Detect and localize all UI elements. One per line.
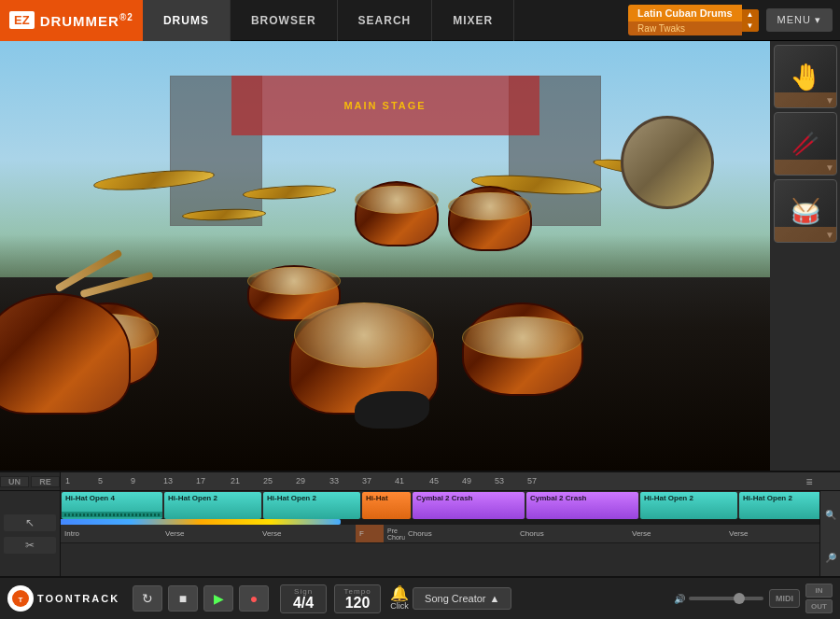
click-icon: 🔔 xyxy=(390,586,409,601)
record-button[interactable]: ● xyxy=(239,585,269,612)
volume-slider[interactable] xyxy=(689,597,763,600)
progress-bar-row xyxy=(61,519,840,525)
label-verse3: Verse xyxy=(628,525,725,542)
scissors-tool-button[interactable]: ✂ xyxy=(4,537,56,554)
header: EZ DRUMMER®2 DRUMS BROWSER SEARCH MIXER … xyxy=(0,0,840,41)
stage-banner: MAIN STAGE xyxy=(231,76,539,135)
track-segment[interactable]: Cymbal 2 Crash xyxy=(413,492,525,519)
snare-head xyxy=(247,267,341,295)
drummer-text: DRUMMER®2 xyxy=(40,12,133,29)
tab-search[interactable]: SEARCH xyxy=(338,0,433,41)
tab-drums[interactable]: DRUMS xyxy=(143,0,231,41)
svg-text:T: T xyxy=(19,596,23,604)
label-intro: Intro xyxy=(61,525,161,542)
logo-area: EZ DRUMMER®2 xyxy=(0,0,143,41)
tab-mixer[interactable]: MIXER xyxy=(432,0,514,41)
right-instruments: 🤚 ▼ 🥢 ▼ 🥁 ▼ xyxy=(770,41,840,246)
loop-button[interactable]: ↻ xyxy=(133,585,162,612)
floor-tom-right-head xyxy=(462,317,583,359)
sign-tempo-area: Sign 4/4 Tempo 120 xyxy=(280,584,381,613)
undo-button[interactable]: UN xyxy=(0,476,29,487)
label-verse1: Verse xyxy=(161,525,259,542)
tom2-head xyxy=(448,192,532,220)
track-row-labels: Intro Verse Verse F Pre Choru Chorus Cho… xyxy=(61,525,840,543)
instrument-mallets[interactable]: 🥢 ▼ xyxy=(774,112,837,176)
transport: T TOONTRACK ↻ ■ ▶ ● Sign 4/4 Tempo 120 🔔… xyxy=(0,576,840,619)
song-creator-button[interactable]: Song Creator ▲ xyxy=(413,587,511,610)
track-segment[interactable]: Hi-Hat Open 2 xyxy=(263,492,360,519)
preset-arrows: ▲ ▼ xyxy=(742,9,759,32)
timeline-content: ↖ ✂ Hi-Hat Open 4 Hi-Hat Open 2 Hi xyxy=(0,491,840,576)
time-signature-display[interactable]: Sign 4/4 xyxy=(280,584,327,613)
ruler-marks: 1 5 9 13 17 21 25 29 33 37 41 45 49 53 5… xyxy=(61,472,817,490)
midi-out-button[interactable]: OUT xyxy=(805,599,833,613)
preset-down-button[interactable]: ▼ xyxy=(742,21,759,32)
drum-kit-scene: MAIN STAGE xyxy=(0,41,770,471)
volume-slider-area: 🔊 xyxy=(674,594,763,604)
progress-indicator xyxy=(61,519,341,525)
label-chorus2: Chorus xyxy=(516,525,628,542)
click-song-area: 🔔 Click Song Creator ▲ xyxy=(390,586,511,611)
volume-icon: 🔊 xyxy=(674,594,685,604)
tempo-display[interactable]: Tempo 120 xyxy=(334,584,381,613)
drum-area: MAIN STAGE xyxy=(0,41,840,471)
bass-drum-head xyxy=(294,302,434,368)
nav-tabs: DRUMS BROWSER SEARCH MIXER xyxy=(143,0,628,41)
instrument-tambourine[interactable]: 🥁 ▼ xyxy=(774,179,837,243)
toontrack-logo: T TOONTRACK xyxy=(7,585,119,612)
timeline-zoom-in-button[interactable]: 🔎 xyxy=(819,538,840,576)
play-button[interactable]: ▶ xyxy=(203,585,233,612)
label-prechorus: Pre Choru xyxy=(384,525,404,542)
select-tool-button[interactable]: ↖ xyxy=(4,514,56,531)
gong xyxy=(621,116,714,209)
track-row-1: Hi-Hat Open 4 Hi-Hat Open 2 Hi-Hat Open … xyxy=(61,491,840,519)
instrument-hands[interactable]: 🤚 ▼ xyxy=(774,45,837,108)
track-segment[interactable]: Hi-Hat xyxy=(362,492,411,519)
track-segment[interactable]: Cymbal 2 Crash xyxy=(526,492,638,519)
tracks-area: Hi-Hat Open 4 Hi-Hat Open 2 Hi-Hat Open … xyxy=(61,491,840,576)
preset-selector[interactable]: Latin Cuban Drums Raw Twaks xyxy=(628,5,741,35)
timeline-area: UN RE 1 5 9 13 17 21 25 29 33 37 41 45 4… xyxy=(0,471,840,576)
track-segment[interactable]: Hi-Hat Open 4 xyxy=(62,492,162,519)
tool-panel: ↖ ✂ xyxy=(0,491,60,576)
in-out-buttons: IN OUT xyxy=(805,584,833,613)
midi-label: MIDI xyxy=(769,589,800,608)
timeline-left-panel: ↖ ✂ xyxy=(0,491,61,576)
stop-button[interactable]: ■ xyxy=(168,585,198,612)
undo-redo-area: UN RE xyxy=(0,472,61,490)
track-segment[interactable]: Hi-Hat Open 2 xyxy=(640,492,737,519)
toontrack-label: TOONTRACK xyxy=(37,593,119,604)
tom1-head xyxy=(355,186,439,214)
redo-button[interactable]: RE xyxy=(31,476,60,487)
label-verse4: Verse xyxy=(725,525,822,542)
label-verse2: Verse xyxy=(259,525,356,542)
preset-up-button[interactable]: ▲ xyxy=(742,9,759,21)
timeline-menu-btn[interactable]: ≡ xyxy=(799,472,819,490)
click-button[interactable]: 🔔 Click xyxy=(390,586,409,611)
tracks-scroll[interactable]: Hi-Hat Open 4 Hi-Hat Open 2 Hi-Hat Open … xyxy=(61,491,840,576)
timeline-ruler: UN RE 1 5 9 13 17 21 25 29 33 37 41 45 4… xyxy=(0,472,840,491)
midi-in-button[interactable]: IN xyxy=(805,584,833,598)
label-f: F xyxy=(356,525,384,542)
stool xyxy=(355,391,429,429)
menu-button[interactable]: MENU ▾ xyxy=(766,8,833,32)
timeline-zoom-out-button[interactable]: 🔍 xyxy=(819,491,840,538)
tracks-inner: Hi-Hat Open 4 Hi-Hat Open 2 Hi-Hat Open … xyxy=(61,491,840,576)
label-chorus1: Chorus xyxy=(404,525,516,542)
ez-badge: EZ xyxy=(9,11,35,29)
right-controls: 🔊 MIDI IN OUT xyxy=(674,584,833,613)
toontrack-icon: T xyxy=(7,585,34,612)
preset-area: Latin Cuban Drums Raw Twaks ▲ ▼ MENU ▾ xyxy=(628,5,833,35)
tab-browser[interactable]: BROWSER xyxy=(231,0,338,41)
track-segment[interactable]: Hi-Hat Open 2 xyxy=(164,492,261,519)
